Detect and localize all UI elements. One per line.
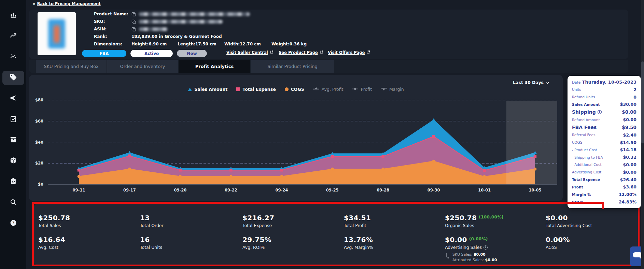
stat-total-sales: $250.78Total Sales <box>38 214 70 228</box>
sidebar-item-help[interactable]: ? <box>2 216 24 231</box>
data-point-cogs[interactable] <box>432 160 435 163</box>
sidebar-item-search[interactable] <box>2 196 24 210</box>
data-point-expense[interactable] <box>381 155 384 158</box>
legend-item-total-expense[interactable]: Total Expense <box>236 87 276 92</box>
data-point-cogs[interactable] <box>229 175 233 178</box>
sidebar-item-insights[interactable] <box>2 50 24 64</box>
data-point-expense[interactable] <box>331 155 334 158</box>
sidebar-item-inventory[interactable] <box>2 133 24 147</box>
tooltip-label: Units <box>572 87 581 91</box>
stat-value: $216.27 <box>242 214 274 222</box>
sparkline-icon <box>10 53 17 61</box>
data-point-expense[interactable] <box>229 169 232 171</box>
tooltip-row-additional-cost: - Additional Cost$0.00 <box>572 162 636 167</box>
sidebar-item-orders[interactable] <box>2 112 24 127</box>
date-range-dropdown[interactable]: Last 30 Days <box>513 80 549 85</box>
data-point-expense[interactable] <box>78 169 80 171</box>
copy-icon[interactable] <box>131 12 136 16</box>
stat-column: $216.27Total Expense29.75%Avg. ROI% <box>242 214 274 257</box>
legend-label: Sales Amount <box>194 87 227 92</box>
data-point-cogs[interactable] <box>534 168 537 171</box>
tooltip-value: $2.40 <box>623 132 636 138</box>
data-point-cogs[interactable] <box>128 168 131 171</box>
tooltip-value: $0.00 <box>622 109 636 115</box>
tab-profit-analytics[interactable]: Profit Analytics <box>179 60 250 73</box>
sidebar-item-trends[interactable] <box>2 29 24 43</box>
legend-item-sales-amount[interactable]: Sales Amount <box>188 87 227 92</box>
y-axis-tick-label: $40 <box>35 140 43 145</box>
archive-box-icon <box>10 136 17 145</box>
visit-seller-central-link[interactable]: Visit Seller Central <box>226 50 274 55</box>
sidebar-item-advertising[interactable] <box>2 91 24 106</box>
trending-up-icon <box>10 32 17 41</box>
data-point-expense[interactable] <box>128 154 131 157</box>
sidebar-item-pricing[interactable] <box>2 71 24 85</box>
back-to-pricing-management-link[interactable]: «Back to Pricing Management <box>32 1 101 6</box>
legend-item-avg-profit[interactable]: Avg. Profit <box>313 87 344 92</box>
x-axis-tick-label: 10-01 <box>478 188 491 193</box>
x-axis-tick-label: 09-28 <box>377 188 389 193</box>
stat-avg-cost: $16.64Avg. Cost <box>38 236 70 250</box>
tooltip-label: Advertising Cost <box>572 170 601 174</box>
data-point-expense[interactable] <box>432 135 435 138</box>
chevrons-left-icon: « <box>32 1 35 6</box>
stat-total-expense: $216.27Total Expense <box>242 214 274 228</box>
copy-icon[interactable] <box>131 27 136 31</box>
asin-redacted <box>139 27 168 31</box>
see-product-page-link[interactable]: See Product Page <box>279 50 323 55</box>
data-point-expense[interactable] <box>280 169 283 171</box>
tooltip-value: 24.83% <box>619 199 636 204</box>
tab-similar-product-pricing[interactable]: Similar Product Pricing <box>251 60 334 73</box>
sidebar-item-dashboard[interactable] <box>2 8 24 23</box>
legend-item-cogs[interactable]: COGS <box>285 87 304 92</box>
tab-sku-pricing-and-buy-box[interactable]: SKU Pricing and Buy Box <box>36 60 107 73</box>
sidebar-item-products[interactable] <box>2 154 24 168</box>
tooltip-row-roi: ROI %24.83% <box>572 199 636 204</box>
data-point-cogs[interactable] <box>280 175 283 178</box>
scrollbar[interactable] <box>641 0 644 269</box>
info-icon[interactable]: i <box>598 110 602 114</box>
tab-order-and-inventory[interactable]: Order and Inventory <box>107 60 178 73</box>
stat-value: $16.64 <box>38 236 65 244</box>
data-point-cogs[interactable] <box>381 168 384 171</box>
new-badge: New <box>177 50 207 57</box>
tooltip-row-units: Units2 <box>572 87 636 92</box>
data-point-cogs[interactable] <box>179 175 182 178</box>
legend-item-profit[interactable]: Profit <box>352 87 372 92</box>
legend-label: Profit <box>361 87 372 92</box>
copy-icon[interactable] <box>131 19 136 24</box>
stat-column: $250.78(100.00%)Organic Sales$0.00(0.00%… <box>445 214 503 269</box>
data-point-expense[interactable] <box>179 169 182 171</box>
tooltip-row-profit: Profit$3.60 <box>572 184 636 189</box>
search-icon <box>10 198 17 207</box>
data-point-sales[interactable] <box>432 118 436 122</box>
stat-percent: (100.00%) <box>479 214 503 220</box>
data-point-expense[interactable] <box>534 155 536 158</box>
stat-column: 13Total Order16Total Units <box>140 214 164 257</box>
stat-total-profit: $34.51Total Profit <box>344 214 373 228</box>
sidebar-item-listings[interactable] <box>2 175 24 189</box>
stat-percent: (0.00%) <box>469 236 488 241</box>
tooltip-label: COGS <box>572 140 582 144</box>
info-icon[interactable]: i <box>484 245 488 250</box>
help-icon: ? <box>10 219 17 228</box>
tooltip-row-total-expense: Total Expense$26.40 <box>572 177 636 182</box>
data-point-cogs[interactable] <box>483 175 486 178</box>
profit-area-chart[interactable]: $0$20$40$60$8009-1109-1709-2009-2209-240… <box>29 75 563 201</box>
tooltip-value: $14.18 <box>620 147 636 152</box>
visit-offers-page-link[interactable]: Visit Offers Page <box>328 50 370 55</box>
rank-value: 183,839.00 in Grocery & Gourmet Food <box>131 34 222 39</box>
data-point-cogs[interactable] <box>331 168 334 171</box>
margin-marker-icon <box>381 87 387 92</box>
tooltip-label: Shippingi <box>572 109 602 115</box>
legend-item-margin[interactable]: Margin <box>381 87 404 92</box>
stat-label: Total Order <box>140 223 164 228</box>
tooltip-label: - Shipping to FBA <box>572 155 603 159</box>
stat-sub-row: SKU Sales: $0.00 <box>452 252 503 257</box>
data-point-cogs[interactable] <box>78 175 81 178</box>
data-point-sales[interactable] <box>128 151 131 154</box>
product-header-card: Product Name: SKU: ASIN: Rank: Dimension… <box>29 10 628 59</box>
scrollbar-thumb[interactable] <box>641 61 644 143</box>
data-point-expense[interactable] <box>483 169 486 172</box>
y-axis-tick-label: $20 <box>35 161 43 166</box>
